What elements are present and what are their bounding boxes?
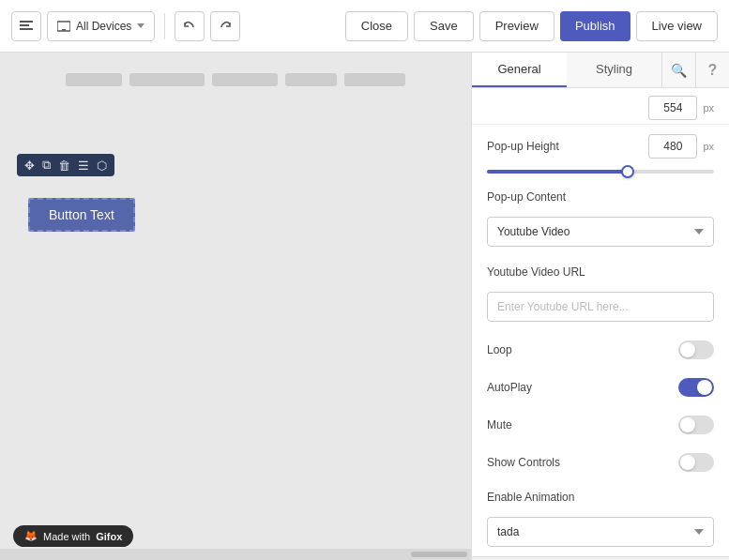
- separator: [164, 13, 165, 39]
- gifox-icon: 🦊: [24, 530, 38, 542]
- panel-content: px Pop-up Height px Pop-up Content: [472, 88, 729, 560]
- popup-content-label: Pop-up Content: [487, 190, 566, 204]
- scrollbar-thumb[interactable]: [411, 552, 467, 557]
- autoplay-toggle-knob: [697, 380, 712, 395]
- popup-height-row: Pop-up Height px: [472, 125, 729, 168]
- mute-toggle[interactable]: [678, 416, 714, 434]
- show-controls-toggle[interactable]: [678, 453, 714, 472]
- autoplay-toggle[interactable]: [678, 378, 714, 397]
- canvas-placeholder-row: [66, 73, 405, 86]
- right-panel: General Styling 🔍 ? px Pop-up Height px: [471, 53, 729, 560]
- show-controls-label: Show Controls: [487, 456, 560, 469]
- main-area: ✥ ⧉ 🗑 ☰ ⬡ Button Text 🦊 Made with Gifox …: [0, 53, 729, 560]
- popup-height-input[interactable]: [648, 134, 697, 159]
- popup-height-label: Pop-up Height: [487, 140, 559, 153]
- element-toolbar: ✥ ⧉ 🗑 ☰ ⬡: [17, 154, 114, 176]
- svg-rect-0: [20, 21, 33, 23]
- top-unit: px: [703, 102, 714, 114]
- toolbar: All Devices Close Save Preview Publish L…: [0, 0, 729, 53]
- placeholder-block: [212, 73, 278, 86]
- placeholder-block: [344, 73, 405, 86]
- top-value-row: px: [472, 88, 729, 125]
- undo-button[interactable]: [175, 11, 205, 41]
- slider-track: [487, 170, 714, 174]
- svg-rect-2: [20, 28, 33, 30]
- autoplay-label: AutoPlay: [487, 381, 532, 394]
- mute-toggle-knob: [680, 417, 695, 432]
- close-button[interactable]: Close: [345, 11, 408, 41]
- tracking-section[interactable]: TRACKING: [472, 556, 729, 560]
- placeholder-block: [66, 73, 122, 86]
- loop-row: Loop: [472, 331, 729, 369]
- animation-dropdown-row: tada bounce shake pulse none: [472, 513, 729, 556]
- popup-height-unit: px: [703, 141, 714, 152]
- loop-label: Loop: [487, 343, 512, 356]
- show-controls-row: Show Controls: [472, 444, 729, 481]
- search-tab-icon[interactable]: 🔍: [661, 53, 695, 87]
- show-controls-toggle-knob: [680, 455, 695, 470]
- popup-height-slider-container: [472, 168, 729, 181]
- popup-height-value-row: px: [648, 134, 714, 159]
- text-align-icon[interactable]: [11, 11, 41, 41]
- made-with-prefix: Made with: [43, 531, 90, 542]
- svg-rect-4: [62, 29, 66, 31]
- device-label: All Devices: [76, 20, 131, 33]
- made-with-badge: 🦊 Made with Gifox: [13, 525, 133, 547]
- canvas-button[interactable]: Button Text: [28, 198, 135, 232]
- canvas: ✥ ⧉ 🗑 ☰ ⬡ Button Text 🦊 Made with Gifox: [0, 53, 471, 560]
- youtube-url-label: Youtube Video URL: [487, 265, 585, 279]
- device-selector[interactable]: All Devices: [47, 11, 155, 41]
- youtube-url-row: Youtube Video URL: [472, 256, 729, 288]
- panel-tabs: General Styling 🔍 ?: [472, 53, 729, 88]
- live-view-button[interactable]: Live view: [636, 11, 718, 41]
- popup-content-row: Pop-up Content: [472, 181, 729, 213]
- mute-label: Mute: [487, 418, 512, 431]
- mute-row: Mute: [472, 406, 729, 444]
- publish-button[interactable]: Publish: [560, 11, 630, 41]
- preview-button[interactable]: Preview: [479, 11, 554, 41]
- loop-toggle-knob: [680, 342, 695, 357]
- brand-name: Gifox: [96, 531, 122, 542]
- top-value-input[interactable]: [648, 96, 697, 120]
- save-button[interactable]: Save: [414, 11, 474, 41]
- enable-animation-row: Enable Animation: [472, 481, 729, 513]
- slider-thumb[interactable]: [621, 165, 634, 178]
- copy-icon[interactable]: ⧉: [42, 158, 51, 173]
- popup-content-dropdown-row: Youtube Video Image Iframe Text: [472, 213, 729, 256]
- loop-toggle[interactable]: [678, 341, 714, 359]
- tab-general[interactable]: General: [472, 53, 567, 87]
- redo-button[interactable]: [210, 11, 240, 41]
- slider-fill: [487, 170, 628, 174]
- autoplay-row: AutoPlay: [472, 369, 729, 406]
- delete-icon[interactable]: 🗑: [58, 159, 70, 173]
- enable-animation-label: Enable Animation: [487, 491, 574, 504]
- move-icon[interactable]: ✥: [24, 159, 35, 173]
- top-value-container: px: [648, 96, 714, 120]
- help-tab-icon[interactable]: ?: [695, 53, 729, 87]
- tag-icon[interactable]: ⬡: [97, 159, 107, 173]
- placeholder-block: [285, 73, 337, 86]
- animation-select[interactable]: tada bounce shake pulse none: [487, 517, 714, 547]
- youtube-url-input-row: [472, 288, 729, 331]
- canvas-scrollbar: [0, 549, 471, 560]
- placeholder-block: [129, 73, 205, 86]
- tab-styling[interactable]: Styling: [567, 53, 661, 87]
- svg-rect-1: [20, 24, 29, 26]
- popup-content-select[interactable]: Youtube Video Image Iframe Text: [487, 217, 714, 247]
- settings-icon[interactable]: ☰: [78, 159, 89, 173]
- youtube-url-input[interactable]: [487, 292, 714, 322]
